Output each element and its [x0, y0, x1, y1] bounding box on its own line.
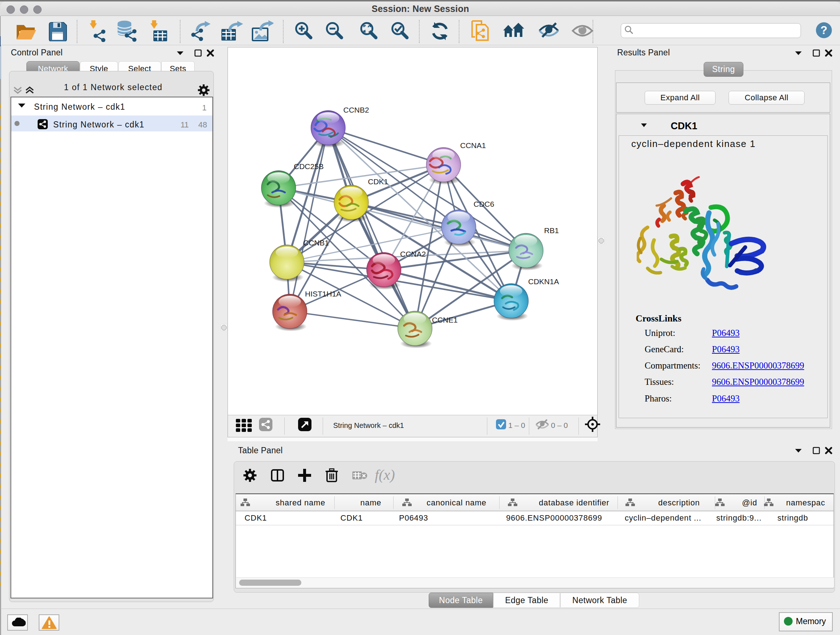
- svg-text:HIST1H1A: HIST1H1A: [305, 290, 341, 298]
- svg-text:RB1: RB1: [544, 226, 559, 234]
- svg-text:CCNB2: CCNB2: [343, 106, 369, 114]
- svg-text:CCNB1: CCNB1: [303, 239, 329, 247]
- svg-text:CCNA1: CCNA1: [460, 141, 486, 149]
- svg-text:CDKN1A: CDKN1A: [528, 277, 559, 286]
- svg-text:CDC6: CDC6: [474, 200, 494, 208]
- svg-text:CDK1: CDK1: [368, 177, 388, 186]
- svg-text:CCNE1: CCNE1: [432, 316, 458, 324]
- svg-text:CDC25B: CDC25B: [294, 162, 324, 171]
- svg-text:?: ?: [821, 24, 827, 36]
- svg-text:CCNA2: CCNA2: [400, 250, 426, 258]
